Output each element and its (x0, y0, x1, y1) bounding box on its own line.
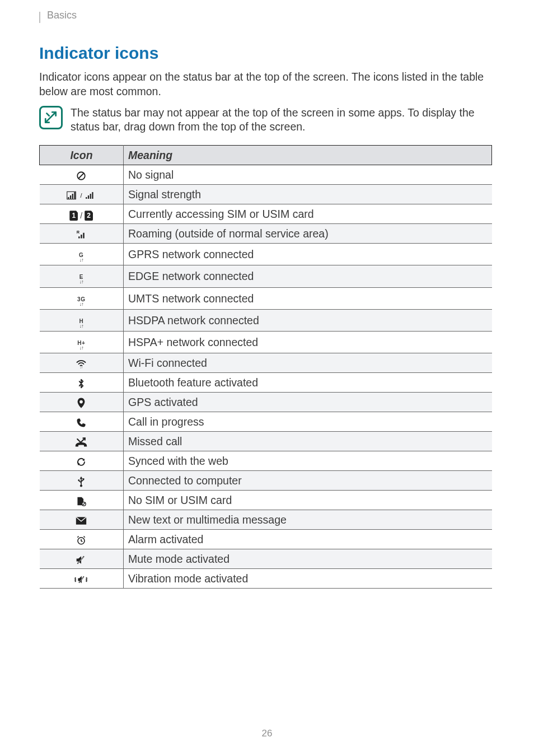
table-cell-meaning: Alarm activated (124, 529, 492, 549)
svg-rect-9 (88, 195, 89, 199)
svg-line-1 (79, 174, 84, 179)
table-row: G↓↑ GPRS network connected (40, 244, 492, 265)
table-cell-meaning: Roaming (outside of normal service area) (124, 224, 492, 244)
table-row: Mute mode activated (40, 549, 492, 568)
table-row: 1 / 2 Currently accessing SIM or USIM ca… (40, 204, 492, 224)
svg-text:↓↑: ↓↑ (80, 366, 83, 368)
umts-icon: 3G↓↑ (40, 287, 124, 309)
table-row: Synced with the web (40, 451, 492, 470)
note-text: The status bar may not appear at the top… (71, 106, 492, 134)
svg-rect-3 (68, 197, 69, 199)
table-cell-meaning: UMTS network connected (124, 287, 492, 309)
table-cell-meaning: GPRS network connected (124, 244, 492, 265)
table-row: / Signal strength (40, 185, 492, 204)
table-row: H+↓↑ HSPA+ network connected (40, 331, 492, 353)
gps-icon (40, 392, 124, 412)
table-cell-meaning: Missed call (124, 431, 492, 451)
section-title: Indicator icons (39, 44, 492, 63)
table-row: ↓↑ Wi-Fi connected (40, 353, 492, 372)
svg-rect-10 (90, 194, 91, 199)
sync-icon (40, 451, 124, 470)
table-row: R Roaming (outside of normal service are… (40, 224, 492, 244)
breadcrumb: Basics (47, 10, 77, 21)
missed-call-icon (40, 431, 124, 451)
no-signal-icon (40, 165, 124, 185)
mute-icon (40, 549, 124, 568)
table-row: H↓↑ HSDPA network connected (40, 309, 492, 331)
icons-table: Icon Meaning No signal (39, 145, 492, 588)
table-cell-meaning: No signal (124, 165, 492, 185)
bluetooth-icon (40, 372, 124, 392)
table-cell-meaning: EDGE network connected (124, 265, 492, 287)
page-number: 26 (0, 728, 534, 739)
svg-rect-4 (70, 195, 71, 199)
table-row: 3G↓↑ UMTS network connected (40, 287, 492, 309)
table-cell-meaning: Currently accessing SIM or USIM card (124, 204, 492, 224)
table-cell-meaning: Call in progress (124, 412, 492, 431)
svg-rect-14 (81, 235, 82, 239)
edge-icon: E↓↑ (40, 265, 124, 287)
table-row: No SIM or USIM card (40, 490, 492, 510)
sim-access-icon: 1 / 2 (40, 204, 124, 224)
svg-rect-8 (86, 197, 87, 199)
table-cell-meaning: HSPA+ network connected (124, 331, 492, 353)
table-row: Call in progress (40, 412, 492, 431)
note-box: The status bar may not appear at the top… (39, 106, 492, 134)
table-cell-meaning: Bluetooth feature activated (124, 372, 492, 392)
section-intro: Indicator icons appear on the status bar… (39, 69, 492, 99)
table-row: No signal (40, 165, 492, 185)
svg-rect-13 (78, 236, 79, 238)
usb-icon (40, 470, 124, 490)
alarm-icon (40, 529, 124, 549)
table-row: New text or multimedia message (40, 510, 492, 529)
table-cell-meaning: Mute mode activated (124, 549, 492, 568)
table-header-meaning: Meaning (124, 146, 492, 165)
table-row: E↓↑ EDGE network connected (40, 265, 492, 287)
table-cell-meaning: Signal strength (124, 185, 492, 204)
vibration-icon (40, 568, 124, 588)
svg-rect-15 (83, 233, 85, 239)
table-row: GPS activated (40, 392, 492, 412)
roaming-icon: R (40, 224, 124, 244)
table-cell-meaning: No SIM or USIM card (124, 490, 492, 510)
hspa-plus-icon: H+↓↑ (40, 331, 124, 353)
svg-rect-5 (72, 194, 73, 199)
note-icon (39, 106, 63, 129)
table-cell-meaning: Vibration mode activated (124, 568, 492, 588)
table-row: Vibration mode activated (40, 568, 492, 588)
table-cell-meaning: HSDPA network connected (124, 309, 492, 331)
hsdpa-icon: H↓↑ (40, 309, 124, 331)
svg-rect-11 (92, 192, 93, 199)
call-icon (40, 412, 124, 431)
message-icon (40, 510, 124, 529)
header-divider (39, 12, 40, 23)
svg-point-20 (78, 479, 80, 481)
table-cell-meaning: GPS activated (124, 392, 492, 412)
table-row: Missed call (40, 431, 492, 451)
svg-point-17 (79, 400, 83, 403)
table-header-icon: Icon (40, 146, 124, 165)
table-cell-meaning: New text or multimedia message (124, 510, 492, 529)
signal-strength-icon: / (40, 185, 124, 204)
table-cell-meaning: Synced with the web (124, 451, 492, 470)
table-cell-meaning: Connected to computer (124, 470, 492, 490)
svg-text:R: R (77, 230, 80, 235)
table-row: Bluetooth feature activated (40, 372, 492, 392)
svg-text:/: / (81, 192, 83, 199)
wifi-icon: ↓↑ (40, 353, 124, 372)
table-row: Connected to computer (40, 470, 492, 490)
table-cell-meaning: Wi-Fi connected (124, 353, 492, 372)
breadcrumb-header: Basics (39, 10, 492, 21)
svg-rect-6 (74, 192, 76, 199)
table-row: Alarm activated (40, 529, 492, 549)
svg-rect-21 (83, 478, 85, 480)
gprs-icon: G↓↑ (40, 244, 124, 265)
no-sim-icon (40, 490, 124, 510)
